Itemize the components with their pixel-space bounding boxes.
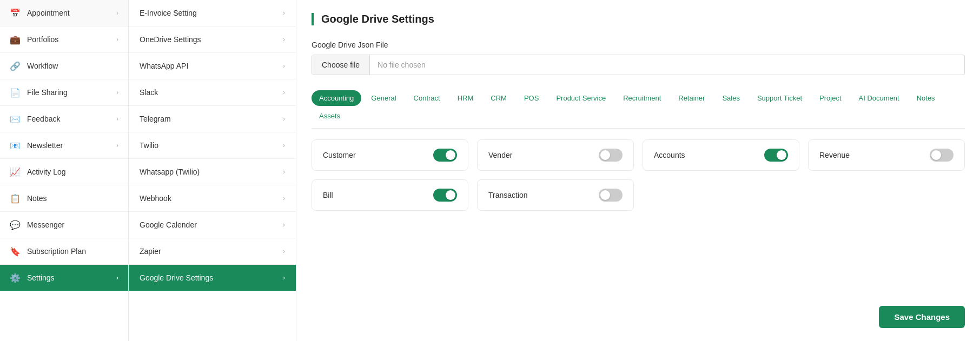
- chevron-icon: ›: [283, 115, 285, 123]
- toggle-label-revenue: Revenue: [819, 151, 850, 159]
- chevron-icon: ›: [116, 142, 118, 149]
- tab-general[interactable]: General: [363, 90, 403, 106]
- sidebar-item-messenger[interactable]: 💬 Messenger: [0, 212, 128, 238]
- toggle-cards-grid: Customer Vender Accounts Revenue: [312, 139, 965, 211]
- toggle-card-accounts: Accounts: [643, 139, 799, 171]
- chevron-icon: ›: [283, 248, 285, 255]
- tab-project[interactable]: Project: [812, 90, 849, 106]
- choose-file-button[interactable]: Choose file: [312, 55, 370, 75]
- sidebar-item-activity-log[interactable]: 📈 Activity Log: [0, 159, 128, 185]
- toggle-revenue[interactable]: [930, 149, 953, 162]
- chevron-icon: ›: [283, 274, 285, 282]
- middle-nav-label: Twilio: [140, 141, 158, 150]
- toggle-card-vender: Vender: [477, 139, 634, 171]
- sidebar: 📅 Appointment › 💼 Portfolios › 🔗 Workflo…: [0, 0, 129, 341]
- chevron-icon: ›: [116, 36, 118, 43]
- sidebar-item-label: Appointment: [27, 9, 70, 17]
- file-input-row: Choose file No file chosen: [312, 55, 965, 75]
- sidebar-item-label: Newsletter: [27, 141, 63, 150]
- toggle-customer[interactable]: [433, 149, 457, 162]
- toggle-card-transaction: Transaction: [477, 179, 634, 211]
- middle-nav-item-zapier[interactable]: Zapier ›: [129, 238, 296, 265]
- feedback-icon: ✉️: [10, 113, 21, 124]
- chevron-icon: ›: [116, 115, 118, 123]
- sidebar-item-workflow[interactable]: 🔗 Workflow: [0, 53, 128, 79]
- sidebar-item-file-sharing[interactable]: 📄 File Sharing ›: [0, 79, 128, 106]
- toggle-vender[interactable]: [599, 149, 623, 162]
- tab-retainer[interactable]: Retainer: [671, 90, 712, 106]
- sidebar-item-subscription-plan[interactable]: 🔖 Subscription Plan: [0, 238, 128, 265]
- toggle-label-accounts: Accounts: [654, 151, 685, 159]
- chevron-icon: ›: [116, 89, 118, 96]
- middle-nav-label: OneDrive Settings: [140, 35, 201, 44]
- tab-assets[interactable]: Assets: [312, 108, 348, 124]
- sidebar-item-label: Settings: [27, 273, 55, 282]
- subscription-plan-icon: 🔖: [10, 246, 21, 257]
- workflow-icon: 🔗: [10, 61, 21, 71]
- chevron-icon: ›: [283, 36, 285, 43]
- toggle-card-revenue: Revenue: [808, 139, 965, 171]
- sidebar-item-settings[interactable]: ⚙️ Settings ›: [0, 265, 128, 291]
- sidebar-item-notes[interactable]: 📋 Notes: [0, 185, 128, 212]
- middle-nav-label: E-Invoice Setting: [140, 9, 197, 17]
- middle-nav-label: Telegram: [140, 115, 171, 123]
- tab-recruitment[interactable]: Recruitment: [615, 90, 668, 106]
- middle-nav-item-e-invoice[interactable]: E-Invoice Setting ›: [129, 0, 296, 26]
- sidebar-item-label: Workflow: [27, 62, 58, 70]
- tab-hrm[interactable]: HRM: [450, 90, 481, 106]
- tab-product-service[interactable]: Product Service: [548, 90, 613, 106]
- middle-nav-item-whatsapp-api[interactable]: WhatsApp API ›: [129, 53, 296, 79]
- toggle-accounts[interactable]: [764, 149, 788, 162]
- file-name-display: No file chosen: [370, 55, 964, 75]
- sidebar-item-newsletter[interactable]: 📧 Newsletter ›: [0, 132, 128, 159]
- tab-support-ticket[interactable]: Support Ticket: [750, 90, 810, 106]
- tab-sales[interactable]: Sales: [714, 90, 747, 106]
- middle-nav: E-Invoice Setting › OneDrive Settings › …: [129, 0, 296, 341]
- middle-nav-label: Whatsapp (Twilio): [140, 168, 200, 176]
- notes-icon: 📋: [10, 193, 21, 204]
- tab-crm[interactable]: CRM: [483, 90, 514, 106]
- sidebar-item-portfolios[interactable]: 💼 Portfolios ›: [0, 26, 128, 53]
- tab-ai-document[interactable]: AI Document: [851, 90, 907, 106]
- messenger-icon: 💬: [10, 219, 21, 230]
- sidebar-item-label: File Sharing: [27, 88, 68, 97]
- middle-nav-item-slack[interactable]: Slack ›: [129, 79, 296, 106]
- sidebar-item-label: Activity Log: [27, 168, 66, 176]
- middle-nav-item-webhook[interactable]: Webhook ›: [129, 185, 296, 212]
- middle-nav-label: WhatsApp API: [140, 62, 188, 70]
- tab-accounting[interactable]: Accounting: [312, 90, 361, 106]
- middle-nav-label: Google Drive Settings: [140, 273, 213, 282]
- toggle-bill[interactable]: [433, 189, 457, 202]
- toggle-label-bill: Bill: [323, 191, 333, 199]
- chevron-icon: ›: [283, 89, 285, 96]
- chevron-icon: ›: [116, 9, 118, 17]
- settings-icon: ⚙️: [10, 272, 21, 283]
- toggle-card-customer: Customer: [312, 139, 468, 171]
- sidebar-item-feedback[interactable]: ✉️ Feedback ›: [0, 106, 128, 132]
- chevron-icon: ›: [283, 142, 285, 149]
- chevron-icon: ›: [283, 168, 285, 176]
- tab-pos[interactable]: POS: [517, 90, 546, 106]
- save-changes-button[interactable]: Save Changes: [879, 306, 965, 328]
- sidebar-item-label: Notes: [27, 194, 47, 203]
- sidebar-item-label: Messenger: [27, 220, 64, 229]
- sidebar-item-label: Subscription Plan: [27, 247, 86, 256]
- toggle-card-bill: Bill: [312, 179, 468, 211]
- sidebar-item-appointment[interactable]: 📅 Appointment ›: [0, 0, 128, 26]
- chevron-icon: ›: [283, 195, 285, 202]
- toggle-transaction[interactable]: [599, 189, 623, 202]
- middle-nav-item-google-calender[interactable]: Google Calender ›: [129, 212, 296, 238]
- middle-nav-item-telegram[interactable]: Telegram ›: [129, 106, 296, 132]
- middle-nav-item-whatsapp-twilio[interactable]: Whatsapp (Twilio) ›: [129, 159, 296, 185]
- tab-contract[interactable]: Contract: [406, 90, 448, 106]
- toggle-label-transaction: Transaction: [488, 191, 528, 199]
- tab-notes[interactable]: Notes: [909, 90, 943, 106]
- page-title: Google Drive Settings: [312, 13, 965, 25]
- chevron-icon: ›: [283, 221, 285, 229]
- file-sharing-icon: 📄: [10, 87, 21, 98]
- middle-nav-label: Zapier: [140, 247, 161, 256]
- middle-nav-item-onedrive[interactable]: OneDrive Settings ›: [129, 26, 296, 53]
- tabs-row: AccountingGeneralContractHRMCRMPOSProduc…: [312, 90, 965, 129]
- middle-nav-item-google-drive[interactable]: Google Drive Settings ›: [129, 265, 296, 291]
- middle-nav-item-twilio[interactable]: Twilio ›: [129, 132, 296, 159]
